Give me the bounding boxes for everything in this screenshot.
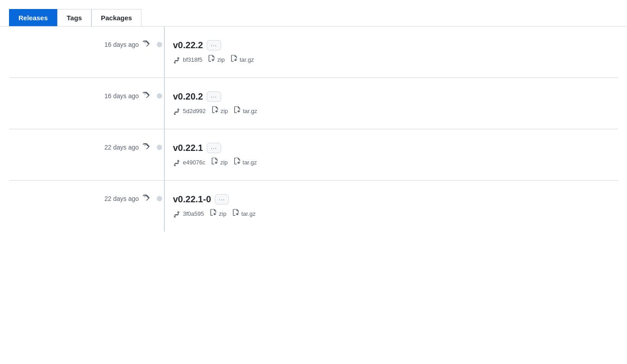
targz-download-link[interactable]: tar.gz bbox=[233, 158, 257, 167]
release-right-v0.22.2: v0.22.2 ··· bf318f5 bbox=[162, 40, 618, 64]
commit-key-icon bbox=[173, 107, 180, 115]
release-menu-button[interactable]: ··· bbox=[207, 91, 221, 102]
release-menu-button[interactable]: ··· bbox=[207, 143, 221, 153]
commit-hash: 3f0a595 bbox=[173, 209, 204, 218]
release-assets: bf318f5 zip tar.gz bbox=[173, 55, 618, 64]
release-left-v0.22.1-0: 22 days ago bbox=[9, 194, 162, 203]
release-date: 22 days ago bbox=[104, 195, 139, 202]
release-row: 22 days ago v0.22.1 ··· bbox=[9, 129, 618, 181]
release-row: 22 days ago v0.22.1-0 ··· bbox=[9, 181, 618, 232]
release-version[interactable]: v0.22.2 bbox=[173, 40, 203, 50]
zip-file-icon bbox=[211, 106, 218, 115]
release-date: 22 days ago bbox=[104, 144, 139, 151]
release-title-row: v0.22.2 ··· bbox=[173, 40, 618, 50]
release-assets: e49076c zip tar.gz bbox=[173, 158, 618, 167]
release-version[interactable]: v0.20.2 bbox=[173, 91, 203, 102]
release-left-v0.20.2: 16 days ago bbox=[9, 91, 162, 100]
commit-key-icon bbox=[173, 158, 180, 167]
timeline-dot bbox=[157, 93, 162, 99]
release-right-v0.20.2: v0.20.2 ··· 5d2d992 bbox=[162, 91, 618, 115]
tag-icon bbox=[142, 194, 150, 203]
timeline-dot bbox=[157, 196, 162, 201]
commit-hash: bf318f5 bbox=[173, 55, 202, 64]
commit-hash-value[interactable]: e49076c bbox=[183, 159, 205, 166]
release-left-v0.22.2: 16 days ago bbox=[9, 40, 162, 49]
release-title-row: v0.20.2 ··· bbox=[173, 91, 618, 102]
timeline-wrapper: 16 days ago v0.22.2 ··· bbox=[9, 27, 618, 232]
zip-file-icon bbox=[209, 209, 217, 218]
release-version[interactable]: v0.22.1-0 bbox=[173, 194, 211, 205]
tab-releases[interactable]: Releases bbox=[9, 9, 57, 26]
tag-icon bbox=[142, 40, 150, 49]
targz-download-link[interactable]: tar.gz bbox=[233, 106, 257, 115]
zip-file-icon bbox=[211, 158, 218, 167]
release-date: 16 days ago bbox=[104, 92, 139, 100]
release-menu-button[interactable]: ··· bbox=[215, 194, 229, 205]
commit-hash: e49076c bbox=[173, 158, 205, 167]
release-title-row: v0.22.1-0 ··· bbox=[173, 194, 618, 205]
release-title-row: v0.22.1 ··· bbox=[173, 143, 618, 153]
release-version[interactable]: v0.22.1 bbox=[173, 143, 203, 153]
tab-packages[interactable]: Packages bbox=[91, 9, 141, 26]
targz-label: tar.gz bbox=[240, 56, 254, 63]
targz-download-link[interactable]: tar.gz bbox=[232, 209, 256, 218]
tab-tags[interactable]: Tags bbox=[57, 9, 91, 26]
zip-download-link[interactable]: zip bbox=[209, 209, 227, 218]
zip-label: zip bbox=[219, 210, 227, 217]
targz-label: tar.gz bbox=[243, 108, 257, 114]
tag-icon bbox=[142, 143, 150, 152]
zip-download-link[interactable]: zip bbox=[211, 106, 228, 115]
release-menu-button[interactable]: ··· bbox=[207, 40, 221, 50]
tag-icon bbox=[142, 91, 150, 100]
zip-download-link[interactable]: zip bbox=[211, 158, 228, 167]
zip-label: zip bbox=[221, 108, 228, 114]
release-right-v0.22.1-0: v0.22.1-0 ··· 3f0a595 bbox=[162, 194, 618, 218]
targz-label: tar.gz bbox=[241, 210, 256, 217]
release-row: 16 days ago v0.20.2 ··· bbox=[9, 78, 618, 129]
targz-download-link[interactable]: tar.gz bbox=[230, 55, 254, 64]
zip-label: zip bbox=[217, 56, 225, 63]
timeline-dot bbox=[157, 42, 162, 47]
commit-hash-value[interactable]: 5d2d992 bbox=[183, 108, 206, 114]
release-date: 16 days ago bbox=[104, 41, 139, 48]
commit-hash: 5d2d992 bbox=[173, 107, 206, 115]
tab-bar: Releases Tags Packages bbox=[0, 0, 627, 27]
release-assets: 5d2d992 zip tar.gz bbox=[173, 106, 618, 115]
commit-hash-value[interactable]: bf318f5 bbox=[183, 56, 202, 63]
targz-file-icon bbox=[233, 158, 241, 167]
release-right-v0.22.1: v0.22.1 ··· e49076c bbox=[162, 143, 618, 167]
targz-label: tar.gz bbox=[243, 159, 257, 166]
release-left-v0.22.1: 22 days ago bbox=[9, 143, 162, 152]
commit-key-icon bbox=[173, 55, 180, 64]
timeline-dot bbox=[157, 145, 162, 150]
targz-file-icon bbox=[230, 55, 237, 64]
commit-key-icon bbox=[173, 209, 180, 218]
zip-file-icon bbox=[208, 55, 215, 64]
release-row: 16 days ago v0.22.2 ··· bbox=[9, 27, 618, 78]
release-assets: 3f0a595 zip tar.gz bbox=[173, 209, 618, 218]
targz-file-icon bbox=[232, 209, 239, 218]
releases-container: 16 days ago v0.22.2 ··· bbox=[0, 27, 627, 232]
commit-hash-value[interactable]: 3f0a595 bbox=[183, 210, 204, 217]
zip-label: zip bbox=[220, 159, 228, 166]
zip-download-link[interactable]: zip bbox=[208, 55, 225, 64]
timeline-line bbox=[164, 27, 165, 232]
targz-file-icon bbox=[233, 106, 241, 115]
